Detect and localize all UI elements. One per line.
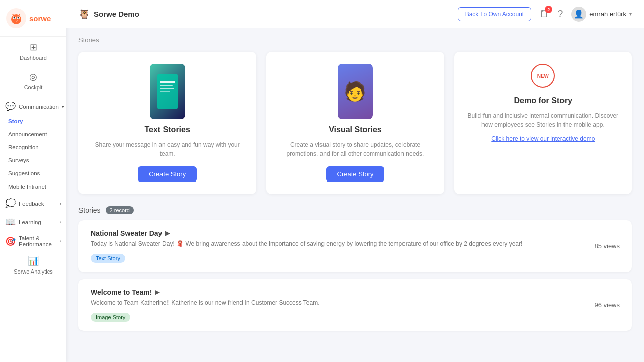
stories-header: Stories 2 record (78, 206, 632, 214)
sidebar-item-label: Cockpit (24, 84, 43, 91)
story-views: 96 views (594, 301, 620, 309)
notification-badge: 2 (545, 6, 552, 13)
sidebar-item-label: Talent & Performance (19, 235, 57, 247)
sidebar-item-sorwe-analytics[interactable]: 📊 Sorwe Analytics (0, 250, 66, 280)
stories-label: Stories (78, 206, 101, 214)
sidebar: sorwe ⊞ Dashboard ◎ Cockpit 💬 Communicat… (0, 0, 66, 362)
user-name: emrah ertürk (589, 10, 626, 18)
sidebar-item-label: Surveys (8, 157, 29, 163)
breadcrumb: Stories (78, 36, 632, 44)
create-text-story-button[interactable]: Create Story (138, 166, 197, 182)
text-stories-desc: Share your message in an easy and fun wa… (91, 140, 244, 158)
sidebar-item-cockpit[interactable]: ◎ Cockpit (0, 66, 66, 96)
content-area: Stories Text Stories (66, 28, 644, 362)
notifications-button[interactable]: 🗒 2 (539, 8, 549, 20)
demo-story-card: NEW Demo for Story Build fun and inclusi… (454, 52, 632, 194)
feedback-icon: 💭 (5, 198, 16, 209)
visual-stories-card: 🧑 Visual Stories Create a visual story t… (266, 52, 444, 194)
text-stories-card: Text Stories Share your message in an ea… (78, 52, 256, 194)
sidebar-item-suggestions[interactable]: Suggestions (0, 167, 66, 180)
story-desc: Today is National Sweater Day! 🧣 We brin… (91, 239, 584, 248)
story-desc: Welcome to Team Katherine!! Katherine is… (91, 298, 584, 307)
sidebar-item-label: Announcement (8, 131, 47, 137)
sidebar-item-label: Dashboard (20, 55, 47, 61)
sidebar-item-story[interactable]: Story (0, 115, 66, 128)
sidebar-item-feedback[interactable]: 💭 Feedback › (0, 193, 66, 212)
svg-rect-7 (160, 81, 175, 83)
svg-point-4 (14, 17, 15, 19)
story-type-badge: Text Story (91, 254, 125, 263)
sidebar-item-talent-performance[interactable]: 🎯 Talent & Performance › (0, 230, 66, 250)
story-name: Welcome to Team! ▶ (91, 288, 584, 296)
user-chevron-icon: ▾ (629, 11, 632, 17)
header: 🦉 Sorwe Demo Back To Own Account 🗒 2 ? 👤… (66, 0, 644, 28)
sidebar-item-communication[interactable]: 💬 Communication ▾ (0, 96, 66, 115)
cockpit-icon: ◎ (29, 71, 37, 82)
create-visual-story-button[interactable]: Create Story (326, 166, 385, 182)
communication-icon: 💬 (5, 101, 16, 112)
play-icon: ▶ (165, 230, 170, 237)
story-type-badge: Image Story (91, 313, 130, 322)
demo-story-desc: Build fun and inclusive internal communi… (466, 111, 620, 129)
analytics-icon: 📊 (28, 255, 39, 266)
sidebar-item-learning[interactable]: 📖 Learning › (0, 212, 66, 230)
main-area: 🦉 Sorwe Demo Back To Own Account 🗒 2 ? 👤… (66, 0, 644, 362)
demo-story-title: Demo for Story (514, 96, 573, 105)
learning-icon: 📖 (5, 217, 16, 227)
back-to-own-account-button[interactable]: Back To Own Account (458, 7, 532, 21)
help-icon[interactable]: ? (557, 8, 563, 20)
sidebar-item-announcement[interactable]: Announcement (0, 128, 66, 141)
sidebar-item-label: Recognition (8, 144, 39, 150)
chevron-down-icon: › (60, 220, 61, 225)
story-row-content: Welcome to Team! ▶ Welcome to Team Kathe… (91, 288, 584, 322)
demo-link[interactable]: Click here to view our interactive demo (491, 135, 595, 142)
sidebar-item-label: Communication (19, 104, 59, 110)
header-actions: Back To Own Account 🗒 2 ? 👤 emrah ertürk… (458, 7, 632, 22)
sidebar-item-surveys[interactable]: Surveys (0, 154, 66, 167)
visual-story-image: 🧑 (338, 64, 373, 119)
text-stories-title: Text Stories (144, 125, 190, 134)
avatar: 👤 (571, 7, 586, 22)
stories-section: Stories 2 record National Sweater Day ▶ … (78, 206, 632, 331)
chevron-down-icon: › (60, 239, 61, 244)
sidebar-item-label: Mobile Intranet (8, 184, 46, 190)
story-views: 85 views (594, 242, 620, 250)
sidebar-item-recognition[interactable]: Recognition (0, 141, 66, 154)
logo-text: sorwe (29, 14, 51, 23)
svg-point-1 (11, 14, 21, 24)
dashboard-icon: ⊞ (30, 42, 37, 53)
text-story-image (150, 64, 185, 119)
story-row-content: National Sweater Day ▶ Today is National… (91, 229, 584, 263)
sidebar-item-label: Story (8, 118, 23, 124)
story-row: National Sweater Day ▶ Today is National… (78, 220, 632, 272)
header-brand: 🦉 Sorwe Demo (78, 9, 452, 20)
chevron-down-icon: › (60, 201, 61, 206)
sidebar-item-label: Feedback (19, 201, 44, 207)
new-badge: NEW (531, 64, 555, 88)
sidebar-item-mobile-intranet[interactable]: Mobile Intranet (0, 180, 66, 193)
svg-rect-8 (160, 85, 173, 86)
story-row: Welcome to Team! ▶ Welcome to Team Kathe… (78, 279, 632, 331)
record-count-badge: 2 record (106, 206, 134, 214)
sidebar-item-label: Learning (19, 219, 41, 225)
visual-stories-title: Visual Stories (329, 125, 382, 134)
svg-rect-10 (160, 91, 170, 92)
play-icon: ▶ (155, 289, 159, 296)
brand-icon: 🦉 (78, 9, 90, 20)
chevron-down-icon: ▾ (62, 104, 64, 109)
header-brand-name: Sorwe Demo (94, 10, 139, 18)
sidebar-item-label: Suggestions (8, 170, 40, 176)
sidebar-item-dashboard[interactable]: ⊞ Dashboard (0, 37, 66, 66)
visual-stories-desc: Create a visual story to share updates, … (278, 140, 432, 158)
story-cards-grid: Text Stories Share your message in an ea… (78, 52, 632, 194)
svg-point-5 (18, 17, 19, 19)
talent-icon: 🎯 (5, 236, 16, 247)
user-menu[interactable]: 👤 emrah ertürk ▾ (571, 7, 632, 22)
story-name: National Sweater Day ▶ (91, 229, 584, 237)
svg-rect-9 (160, 88, 174, 89)
sidebar-logo: sorwe (0, 0, 66, 37)
sidebar-item-label: Sorwe Analytics (14, 268, 53, 275)
